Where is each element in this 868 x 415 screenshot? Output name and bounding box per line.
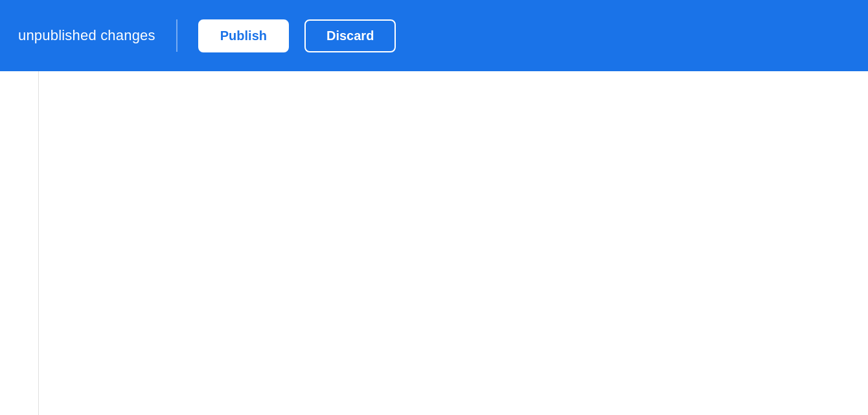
code-editor (0, 71, 868, 415)
unpublished-changes-label: unpublished changes (18, 27, 155, 44)
publish-button[interactable]: Publish (198, 19, 289, 52)
code-content[interactable] (39, 71, 868, 415)
header-divider (176, 19, 177, 52)
line-numbers (0, 71, 39, 415)
toolbar: unpublished changes Publish Discard (0, 0, 868, 71)
discard-button[interactable]: Discard (304, 19, 396, 52)
